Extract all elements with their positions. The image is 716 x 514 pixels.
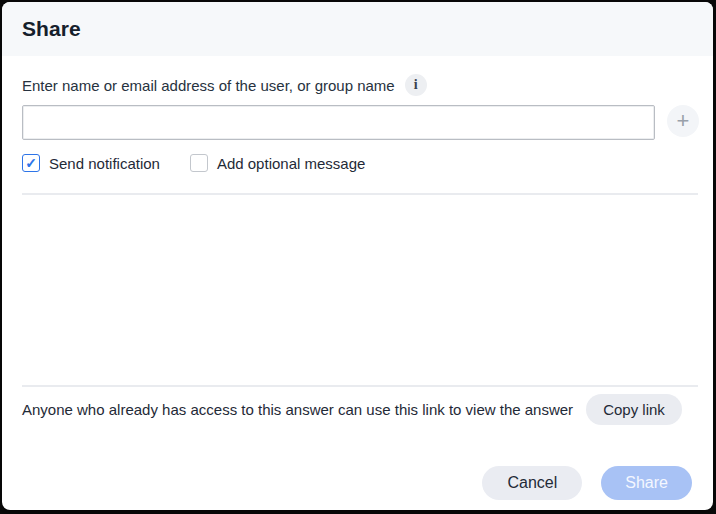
divider-top bbox=[22, 193, 698, 195]
dialog-title: Share bbox=[22, 17, 81, 41]
copy-link-button[interactable]: Copy link bbox=[586, 394, 682, 425]
checkbox-box-icon[interactable]: ✓ bbox=[22, 154, 40, 172]
recipient-input[interactable] bbox=[22, 105, 655, 140]
recipient-label-row: Enter name or email address of the user,… bbox=[22, 74, 427, 96]
share-button[interactable]: Share bbox=[601, 466, 692, 500]
info-icon[interactable]: i bbox=[405, 74, 427, 96]
share-dialog: Share Enter name or email address of the… bbox=[2, 2, 713, 510]
add-optional-message-checkbox[interactable]: ✓ Add optional message bbox=[190, 154, 365, 172]
dialog-header: Share bbox=[2, 2, 713, 56]
send-notification-checkbox[interactable]: ✓ Send notification bbox=[22, 154, 160, 172]
checkbox-row: ✓ Send notification ✓ Add optional messa… bbox=[22, 154, 365, 172]
checkbox-box-icon[interactable]: ✓ bbox=[190, 154, 208, 172]
link-share-row: Anyone who already has access to this an… bbox=[22, 394, 698, 425]
add-recipient-button[interactable]: + bbox=[667, 105, 699, 137]
cancel-button[interactable]: Cancel bbox=[482, 466, 582, 500]
link-share-text: Anyone who already has access to this an… bbox=[22, 401, 573, 418]
dialog-footer: Cancel Share bbox=[482, 466, 692, 500]
add-optional-message-label: Add optional message bbox=[217, 155, 365, 172]
recipient-field-label: Enter name or email address of the user,… bbox=[22, 77, 395, 94]
divider-bottom bbox=[22, 385, 698, 387]
send-notification-label: Send notification bbox=[49, 155, 160, 172]
